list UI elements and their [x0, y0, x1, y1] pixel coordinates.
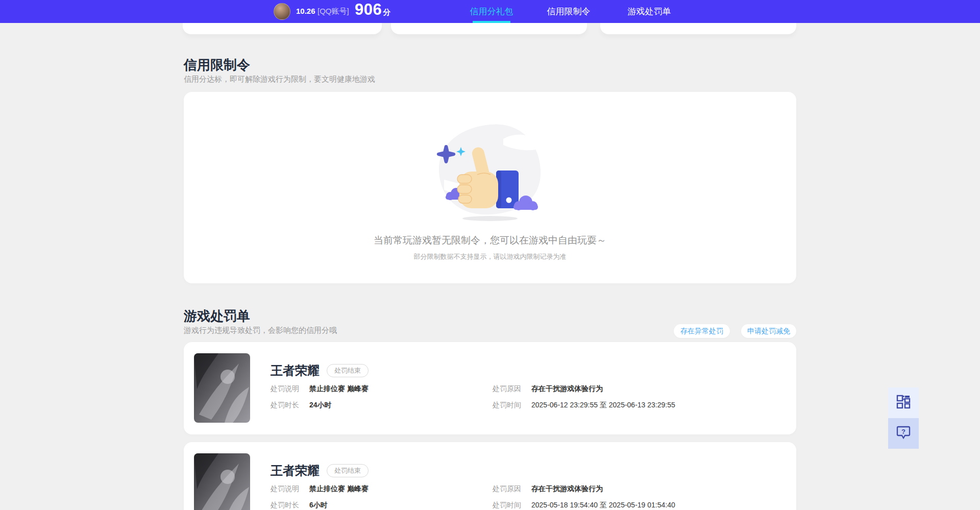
- tab-label: 游戏处罚单: [628, 7, 671, 16]
- detail-value: 24小时: [309, 401, 332, 410]
- empty-state-note: 部分限制数据不支持显示，请以游戏内限制记录为准: [184, 252, 796, 261]
- game-title: 王者荣耀: [271, 362, 320, 379]
- empty-state-text: 当前常玩游戏暂无限制令，您可以在游戏中自由玩耍～: [184, 234, 796, 247]
- detail-value: 禁止排位赛 巅峰赛: [309, 484, 369, 494]
- partial-card: [600, 23, 796, 34]
- partial-card: [391, 23, 587, 34]
- tab-label: 信用限制令: [547, 7, 591, 16]
- game-thumbnail: [194, 453, 250, 510]
- detail-value: 存在干扰游戏体验行为: [531, 484, 603, 494]
- help-button[interactable]: ?: [888, 418, 919, 449]
- top-header: 10.26 [QQ账号] 906分 信用分礼包 信用限制令 游戏处罚单: [0, 0, 980, 23]
- status-badge: 处罚结束: [327, 464, 369, 477]
- detail-duration: 处罚时长 6小时: [271, 500, 493, 510]
- user-avatar: [274, 3, 290, 20]
- detail-value: 2025-06-12 23:29:55 至 2025-06-13 23:29:5…: [531, 401, 675, 410]
- detail-label: 处罚说明: [271, 384, 299, 394]
- user-nickname: 10.26: [296, 7, 315, 15]
- help-icon: ?: [895, 424, 912, 443]
- punishment-card: 王者荣耀 处罚结束 处罚说明 禁止排位赛 巅峰赛 处罚原因 存在干扰游戏体验行为…: [184, 442, 796, 510]
- detail-reason: 处罚原因 存在干扰游戏体验行为: [493, 484, 788, 494]
- status-badge: 处罚结束: [327, 364, 369, 377]
- punishment-relief-link[interactable]: 申请处罚减免: [741, 324, 796, 338]
- restriction-section-title: 信用限制令: [184, 56, 250, 74]
- detail-label: 处罚原因: [493, 484, 521, 494]
- abnormal-punishment-link[interactable]: 存在异常处罚: [674, 324, 730, 338]
- punishment-details: 处罚说明 禁止排位赛 巅峰赛 处罚原因 存在干扰游戏体验行为 处罚时长 6小时 …: [271, 484, 788, 510]
- restriction-section-subtitle: 信用分达标，即可解除游戏行为限制，要文明健康地游戏: [184, 75, 375, 84]
- partial-card: [183, 23, 382, 34]
- detail-label: 处罚原因: [493, 384, 521, 394]
- detail-value: 6小时: [309, 501, 328, 510]
- detail-label: 处罚时间: [493, 501, 521, 510]
- punishment-section-subtitle: 游戏行为违规导致处罚，会影响您的信用分哦: [184, 326, 337, 335]
- credit-score: 906分: [355, 1, 390, 19]
- punishment-details: 处罚说明 禁止排位赛 巅峰赛 处罚原因 存在干扰游戏体验行为 处罚时长 24小时…: [271, 384, 788, 410]
- active-tab-underline: [473, 21, 510, 23]
- detail-description: 处罚说明 禁止排位赛 巅峰赛: [271, 384, 493, 394]
- credit-score-unit: 分: [383, 8, 390, 16]
- thumbs-up-illustration: [429, 118, 551, 223]
- svg-text:?: ?: [901, 428, 905, 435]
- detail-description: 处罚说明 禁止排位赛 巅峰赛: [271, 484, 493, 494]
- punishment-card-header: 王者荣耀 处罚结束: [271, 463, 369, 479]
- qr-code-icon: [896, 394, 911, 411]
- detail-value: 存在干扰游戏体验行为: [531, 384, 603, 394]
- detail-label: 处罚时长: [271, 401, 299, 410]
- detail-label: 处罚时间: [493, 401, 521, 410]
- tab-credit-restriction[interactable]: 信用限制令: [543, 0, 594, 23]
- page: 10.26 [QQ账号] 906分 信用分礼包 信用限制令 游戏处罚单 信用限制…: [0, 0, 980, 510]
- qr-code-button[interactable]: [888, 387, 919, 418]
- tab-label: 信用分礼包: [470, 7, 513, 16]
- game-title: 王者荣耀: [271, 463, 320, 479]
- detail-value: 禁止排位赛 巅峰赛: [309, 384, 369, 394]
- detail-label: 处罚时长: [271, 501, 299, 510]
- punishment-card-header: 王者荣耀 处罚结束: [271, 362, 369, 379]
- detail-label: 处罚说明: [271, 484, 299, 494]
- tab-game-punishment[interactable]: 游戏处罚单: [624, 0, 675, 23]
- punishment-card: 王者荣耀 处罚结束 处罚说明 禁止排位赛 巅峰赛 处罚原因 存在干扰游戏体验行为…: [184, 342, 796, 434]
- detail-time: 处罚时间 2025-06-12 23:29:55 至 2025-06-13 23…: [493, 400, 788, 410]
- detail-value: 2025-05-18 19:54:40 至 2025-05-19 01:54:4…: [531, 501, 675, 510]
- detail-duration: 处罚时长 24小时: [271, 400, 493, 410]
- tab-credit-gift[interactable]: 信用分礼包: [466, 0, 517, 23]
- restriction-empty-card: 当前常玩游戏暂无限制令，您可以在游戏中自由玩耍～ 部分限制数据不支持显示，请以游…: [184, 92, 796, 283]
- game-thumbnail: [194, 353, 250, 423]
- punishment-section-title: 游戏处罚单: [184, 307, 250, 325]
- account-type-label: [QQ账号]: [317, 7, 349, 16]
- detail-reason: 处罚原因 存在干扰游戏体验行为: [493, 384, 788, 394]
- credit-score-value: 906: [355, 1, 382, 18]
- detail-time: 处罚时间 2025-05-18 19:54:40 至 2025-05-19 01…: [493, 500, 788, 510]
